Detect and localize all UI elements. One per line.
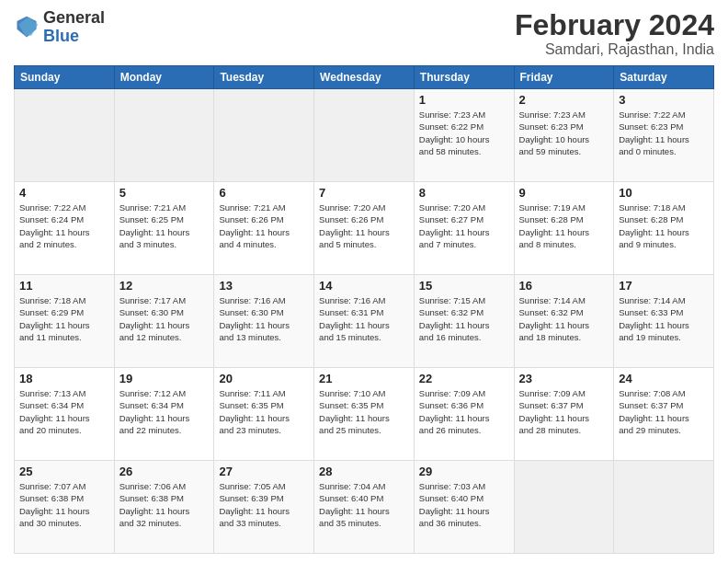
logo-text: General Blue: [43, 9, 105, 46]
day-info: Sunrise: 7:23 AM Sunset: 6:22 PM Dayligh…: [419, 109, 509, 157]
day-info: Sunrise: 7:12 AM Sunset: 6:34 PM Dayligh…: [119, 387, 210, 436]
day-number: 27: [219, 465, 309, 478]
day-cell: 25Sunrise: 7:07 AM Sunset: 6:38 PM Dayli…: [15, 461, 115, 554]
week-row-1: 1Sunrise: 7:23 AM Sunset: 6:22 PM Daylig…: [15, 89, 714, 182]
day-info: Sunrise: 7:08 AM Sunset: 6:37 PM Dayligh…: [619, 387, 709, 436]
day-info: Sunrise: 7:14 AM Sunset: 6:33 PM Dayligh…: [619, 294, 709, 343]
day-cell: [314, 89, 415, 182]
day-info: Sunrise: 7:17 AM Sunset: 6:30 PM Dayligh…: [119, 294, 210, 343]
day-number: 17: [619, 279, 709, 293]
day-cell: 1Sunrise: 7:23 AM Sunset: 6:22 PM Daylig…: [414, 89, 514, 182]
day-info: Sunrise: 7:06 AM Sunset: 6:38 PM Dayligh…: [119, 480, 210, 529]
header-row: SundayMondayTuesdayWednesdayThursdayFrid…: [15, 66, 714, 89]
day-header-thursday: Thursday: [414, 66, 514, 89]
week-row-2: 4Sunrise: 7:22 AM Sunset: 6:24 PM Daylig…: [15, 182, 714, 275]
day-number: 10: [619, 186, 709, 200]
day-cell: 4Sunrise: 7:22 AM Sunset: 6:24 PM Daylig…: [15, 182, 115, 275]
logo-icon: [14, 15, 40, 40]
week-row-5: 25Sunrise: 7:07 AM Sunset: 6:38 PM Dayli…: [15, 461, 714, 554]
day-header-saturday: Saturday: [614, 66, 714, 89]
day-cell: [514, 461, 614, 554]
day-cell: 7Sunrise: 7:20 AM Sunset: 6:26 PM Daylig…: [314, 182, 415, 275]
day-cell: 20Sunrise: 7:11 AM Sunset: 6:35 PM Dayli…: [214, 368, 314, 461]
day-cell: 22Sunrise: 7:09 AM Sunset: 6:36 PM Dayli…: [414, 368, 514, 461]
day-number: 15: [419, 279, 509, 293]
day-cell: 17Sunrise: 7:14 AM Sunset: 6:33 PM Dayli…: [614, 275, 714, 368]
month-year: February 2024: [515, 9, 714, 41]
day-cell: 12Sunrise: 7:17 AM Sunset: 6:30 PM Dayli…: [114, 275, 214, 368]
calendar: SundayMondayTuesdayWednesdayThursdayFrid…: [14, 65, 714, 554]
day-number: 4: [19, 186, 109, 200]
day-info: Sunrise: 7:23 AM Sunset: 6:23 PM Dayligh…: [519, 109, 609, 157]
day-cell: [614, 461, 714, 554]
day-info: Sunrise: 7:16 AM Sunset: 6:30 PM Dayligh…: [219, 294, 309, 343]
day-header-tuesday: Tuesday: [214, 66, 314, 89]
day-cell: 11Sunrise: 7:18 AM Sunset: 6:29 PM Dayli…: [15, 275, 115, 368]
day-cell: 5Sunrise: 7:21 AM Sunset: 6:25 PM Daylig…: [114, 182, 214, 275]
day-number: 3: [619, 93, 709, 107]
week-row-4: 18Sunrise: 7:13 AM Sunset: 6:34 PM Dayli…: [15, 368, 714, 461]
day-info: Sunrise: 7:15 AM Sunset: 6:32 PM Dayligh…: [419, 294, 509, 343]
day-info: Sunrise: 7:22 AM Sunset: 6:23 PM Dayligh…: [619, 109, 709, 157]
day-info: Sunrise: 7:11 AM Sunset: 6:35 PM Dayligh…: [219, 387, 309, 436]
day-number: 24: [619, 372, 709, 385]
day-number: 5: [119, 186, 210, 200]
day-cell: 14Sunrise: 7:16 AM Sunset: 6:31 PM Dayli…: [314, 275, 415, 368]
day-info: Sunrise: 7:13 AM Sunset: 6:34 PM Dayligh…: [19, 387, 109, 436]
page: General Blue February 2024 Samdari, Raja…: [0, 0, 728, 563]
logo-general: General: [43, 8, 105, 27]
day-header-monday: Monday: [114, 66, 214, 89]
day-info: Sunrise: 7:18 AM Sunset: 6:28 PM Dayligh…: [619, 201, 709, 250]
day-header-sunday: Sunday: [15, 66, 115, 89]
day-info: Sunrise: 7:09 AM Sunset: 6:37 PM Dayligh…: [519, 387, 609, 436]
day-info: Sunrise: 7:16 AM Sunset: 6:31 PM Dayligh…: [319, 294, 409, 343]
day-cell: 21Sunrise: 7:10 AM Sunset: 6:35 PM Dayli…: [314, 368, 415, 461]
day-info: Sunrise: 7:19 AM Sunset: 6:28 PM Dayligh…: [519, 201, 609, 250]
logo-blue-text: Blue: [43, 27, 79, 45]
day-number: 28: [319, 465, 409, 478]
day-info: Sunrise: 7:05 AM Sunset: 6:39 PM Dayligh…: [219, 480, 309, 529]
day-number: 23: [519, 372, 609, 385]
day-number: 22: [419, 372, 509, 385]
day-cell: 18Sunrise: 7:13 AM Sunset: 6:34 PM Dayli…: [15, 368, 115, 461]
day-cell: 26Sunrise: 7:06 AM Sunset: 6:38 PM Dayli…: [114, 461, 214, 554]
day-info: Sunrise: 7:21 AM Sunset: 6:25 PM Dayligh…: [119, 201, 210, 250]
day-number: 26: [119, 465, 210, 478]
day-number: 12: [119, 279, 210, 293]
day-cell: 13Sunrise: 7:16 AM Sunset: 6:30 PM Dayli…: [214, 275, 314, 368]
day-number: 18: [19, 372, 109, 385]
day-info: Sunrise: 7:18 AM Sunset: 6:29 PM Dayligh…: [19, 294, 109, 343]
day-number: 21: [319, 372, 409, 385]
day-number: 25: [19, 465, 109, 478]
day-cell: 10Sunrise: 7:18 AM Sunset: 6:28 PM Dayli…: [614, 182, 714, 275]
day-cell: 3Sunrise: 7:22 AM Sunset: 6:23 PM Daylig…: [614, 89, 714, 182]
day-cell: 8Sunrise: 7:20 AM Sunset: 6:27 PM Daylig…: [414, 182, 514, 275]
day-number: 2: [519, 93, 609, 107]
day-number: 1: [419, 93, 509, 107]
day-cell: 15Sunrise: 7:15 AM Sunset: 6:32 PM Dayli…: [414, 275, 514, 368]
day-info: Sunrise: 7:10 AM Sunset: 6:35 PM Dayligh…: [319, 387, 409, 436]
location: Samdari, Rajasthan, India: [515, 41, 714, 58]
title-block: February 2024 Samdari, Rajasthan, India: [515, 9, 714, 58]
day-number: 13: [219, 279, 309, 293]
day-info: Sunrise: 7:22 AM Sunset: 6:24 PM Dayligh…: [19, 201, 109, 250]
day-cell: [15, 89, 115, 182]
calendar-table: SundayMondayTuesdayWednesdayThursdayFrid…: [14, 65, 714, 554]
day-cell: 29Sunrise: 7:03 AM Sunset: 6:40 PM Dayli…: [414, 461, 514, 554]
day-info: Sunrise: 7:09 AM Sunset: 6:36 PM Dayligh…: [419, 387, 509, 436]
day-number: 20: [219, 372, 309, 385]
day-cell: 27Sunrise: 7:05 AM Sunset: 6:39 PM Dayli…: [214, 461, 314, 554]
day-number: 11: [19, 279, 109, 293]
day-cell: 19Sunrise: 7:12 AM Sunset: 6:34 PM Dayli…: [114, 368, 214, 461]
logo: General Blue: [14, 9, 105, 46]
day-number: 29: [419, 465, 509, 478]
day-cell: [114, 89, 214, 182]
day-number: 19: [119, 372, 210, 385]
day-cell: 9Sunrise: 7:19 AM Sunset: 6:28 PM Daylig…: [514, 182, 614, 275]
day-number: 14: [319, 279, 409, 293]
day-cell: [214, 89, 314, 182]
day-info: Sunrise: 7:20 AM Sunset: 6:26 PM Dayligh…: [319, 201, 409, 250]
day-number: 16: [519, 279, 609, 293]
day-info: Sunrise: 7:07 AM Sunset: 6:38 PM Dayligh…: [19, 480, 109, 529]
day-info: Sunrise: 7:04 AM Sunset: 6:40 PM Dayligh…: [319, 480, 409, 529]
